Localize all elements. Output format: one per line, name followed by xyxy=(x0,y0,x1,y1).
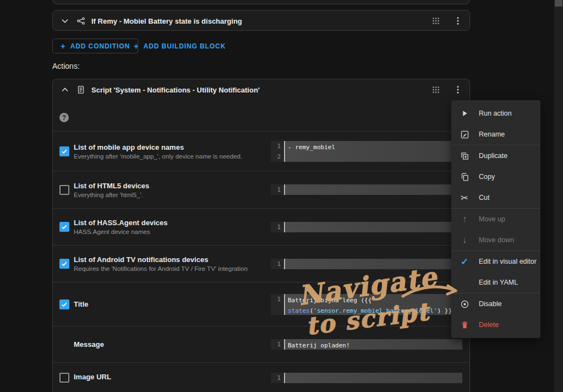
checkbox[interactable] xyxy=(59,222,69,232)
field-row-android-tv: List of Android TV notifications devices… xyxy=(53,245,469,282)
menu-item-move-up[interactable]: ↑ Move up xyxy=(451,209,540,230)
script-card-title: Script 'System - Notifications - Utility… xyxy=(91,86,260,94)
menu-item-label: Move up xyxy=(479,215,505,223)
field-subtitle: HASS.Agent device names xyxy=(74,228,167,235)
code-line: Batterij bijna leeg ({{ xyxy=(288,297,371,304)
menu-item-move-down[interactable]: ↓ Move down xyxy=(451,230,540,251)
add-building-block-label: ADD BUILDING BLOCK xyxy=(144,42,226,50)
code-string: 'sensor.remy_mobiel_battery_level' xyxy=(313,307,437,314)
check-icon xyxy=(61,223,68,231)
previous-card-edge xyxy=(52,0,470,4)
field-labels: List of HASS.Agent devices HASS.Agent de… xyxy=(74,219,167,235)
yaml-editor[interactable]: 1Batterij opladen! xyxy=(271,339,462,350)
add-condition-label: ADD CONDITION xyxy=(70,42,130,50)
menu-item-edit-yaml[interactable]: Edit in YAML xyxy=(451,272,540,293)
yaml-editor[interactable]: 1- remy_mobiel 2 xyxy=(271,141,462,162)
yaml-editor[interactable]: 1 xyxy=(271,184,462,195)
copy-icon xyxy=(459,172,470,182)
yaml-editor[interactable]: 1 xyxy=(271,259,462,269)
checkbox[interactable] xyxy=(59,373,69,383)
line-number: 1 xyxy=(271,222,284,232)
field-labels: List of mobile app device names Everythi… xyxy=(74,143,242,160)
field-label: Message xyxy=(74,340,104,349)
menu-item-delete[interactable]: Delete xyxy=(451,314,540,335)
field-labels: List of Android TV notifications devices… xyxy=(74,255,248,272)
field-labels: Message xyxy=(74,340,104,349)
scrollbar-thumb[interactable] xyxy=(555,0,562,7)
plus-icon: + xyxy=(134,41,139,51)
menu-item-duplicate[interactable]: Duplicate xyxy=(451,145,540,166)
menu-item-run-action[interactable]: Run action xyxy=(451,103,540,124)
yaml-editor[interactable]: 1 xyxy=(271,373,462,383)
plus-icon: + xyxy=(61,41,66,51)
field-labels: List of HTML5 devices Everything after '… xyxy=(74,182,149,198)
scissors-icon: ✂ xyxy=(459,193,470,203)
trash-icon xyxy=(459,320,470,330)
code-keyword: states xyxy=(288,307,310,314)
field-label: List of HASS.Agent devices xyxy=(74,219,167,227)
field-subtitle: Requires the 'Notifications for Android … xyxy=(74,265,248,272)
line-number: 1 xyxy=(271,294,284,304)
drag-handle-icon[interactable] xyxy=(432,86,440,94)
menu-item-label: Duplicate xyxy=(479,152,507,160)
checkbox[interactable] xyxy=(59,259,69,269)
arrow-up-icon: ↑ xyxy=(459,214,470,224)
help-icon[interactable]: ? xyxy=(59,113,69,122)
check-icon xyxy=(61,260,68,268)
checkbox[interactable] xyxy=(59,146,69,156)
kebab-menu-icon[interactable] xyxy=(453,16,463,26)
menu-item-label: Cut xyxy=(479,194,489,202)
field-label: Image URL xyxy=(74,373,111,381)
arrow-down-icon: ↓ xyxy=(459,235,470,245)
field-row-mobile-app: List of mobile app device names Everythi… xyxy=(53,131,469,171)
menu-item-rename[interactable]: Rename xyxy=(451,124,540,145)
field-row-image-url: Image URL 1 xyxy=(53,362,469,392)
line-number xyxy=(271,304,284,315)
kebab-menu-icon[interactable] xyxy=(453,85,463,95)
state-condition-icon xyxy=(76,16,86,26)
field-row-hass-agent: List of HASS.Agent devices HASS.Agent de… xyxy=(53,208,469,245)
check-icon xyxy=(61,301,68,308)
line-number: 1 xyxy=(271,373,284,383)
duplicate-icon xyxy=(459,151,470,161)
field-subtitle: Everything after 'html5_'. xyxy=(74,192,149,198)
field-subtitle: Everything after 'mobile_app_', only dev… xyxy=(74,153,242,160)
line-number: 1 xyxy=(271,184,284,195)
menu-item-disable[interactable]: Disable xyxy=(451,293,540,314)
menu-item-copy[interactable]: Copy xyxy=(451,166,540,187)
menu-item-label: Delete xyxy=(479,321,499,329)
script-fields: List of mobile app device names Everythi… xyxy=(53,131,469,392)
play-icon xyxy=(459,109,470,118)
line-number: 2 xyxy=(271,151,284,162)
checkbox[interactable] xyxy=(59,300,69,309)
scrollbar-track[interactable] xyxy=(554,0,563,392)
add-condition-button[interactable]: + ADD CONDITION xyxy=(52,39,138,53)
code-line: states('sensor.remy_mobiel_battery_level… xyxy=(288,307,459,314)
menu-item-label: Rename xyxy=(479,130,505,138)
script-card-header: Script 'System - Notifications - Utility… xyxy=(53,79,469,100)
line-number: 1 xyxy=(271,141,284,151)
stop-circle-icon xyxy=(459,300,470,309)
code-line: - remy_mobiel xyxy=(288,144,335,151)
menu-item-label: Run action xyxy=(479,110,512,117)
field-row-message: Message 1Batterij opladen! xyxy=(53,326,469,362)
menu-item-edit-visual-editor[interactable]: ✓ Edit in visual editor xyxy=(451,251,540,272)
field-label: List of mobile app device names xyxy=(74,143,242,151)
menu-item-label: Disable xyxy=(479,300,502,308)
field-labels: Image URL xyxy=(74,373,111,381)
script-action-card: Script 'System - Notifications - Utility… xyxy=(52,79,470,392)
menu-item-label: Edit in visual editor xyxy=(479,258,537,265)
menu-item-label: Copy xyxy=(479,173,495,181)
chevron-down-icon[interactable] xyxy=(59,15,70,26)
drag-handle-icon[interactable] xyxy=(432,17,440,25)
code-line: Batterij opladen! xyxy=(288,342,350,349)
yaml-editor[interactable]: 1Batterij bijna leeg ({{ states('sensor.… xyxy=(271,294,462,315)
field-label: Title xyxy=(74,300,89,308)
field-row-html5: List of HTML5 devices Everything after '… xyxy=(53,171,469,208)
field-row-title: Title 1Batterij bijna leeg ({{ states('s… xyxy=(53,282,469,326)
checkbox[interactable] xyxy=(59,185,69,195)
add-building-block-button[interactable]: + ADD BUILDING BLOCK xyxy=(126,39,233,53)
chevron-up-icon[interactable] xyxy=(59,84,70,95)
yaml-editor[interactable]: 1 xyxy=(271,222,462,232)
menu-item-cut[interactable]: ✂ Cut xyxy=(451,187,540,208)
